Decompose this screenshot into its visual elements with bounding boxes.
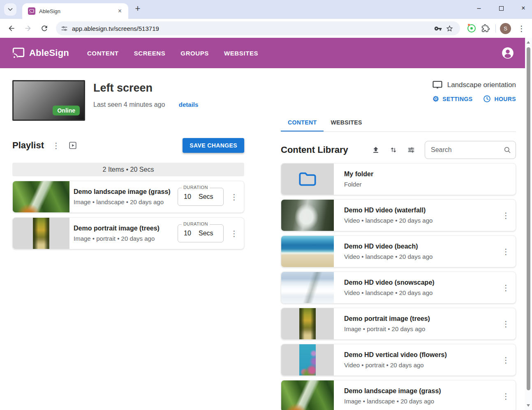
item-title: Demo HD video (waterfall) — [344, 207, 500, 214]
item-menu-icon[interactable]: ⋮ — [500, 355, 512, 366]
screen-thumbnail: Online — [12, 80, 85, 121]
library-header: Content Library — [281, 141, 516, 159]
screen-info: Online Left screen Last seen 4 minutes a… — [12, 80, 244, 121]
playlist-title: Playlist — [12, 140, 44, 151]
thumbnail-grass — [13, 181, 69, 213]
playlist-item[interactable]: Demo portrait image (trees) Image • port… — [12, 217, 244, 249]
library-item[interactable]: Demo HD video (beach) Video • landscape … — [281, 235, 516, 267]
duration-label: DURATION — [182, 221, 210, 226]
tab-content[interactable]: CONTENT — [281, 114, 324, 131]
scrollbar-thumb[interactable] — [527, 47, 530, 390]
back-button[interactable] — [5, 22, 18, 35]
item-menu-icon[interactable]: ⋮ — [500, 246, 512, 257]
duration-input[interactable] — [178, 193, 196, 200]
sort-icon[interactable] — [389, 146, 398, 154]
duration-input[interactable] — [178, 230, 196, 237]
duration-unit: Secs — [199, 193, 213, 200]
right-column: Landscape orientation ⚙ SETTINGS HOURS — [281, 68, 516, 410]
gear-icon: ⚙ — [433, 95, 439, 103]
browser-menu-icon[interactable]: ⋮ — [515, 25, 528, 32]
scroll-up-arrow[interactable] — [527, 41, 530, 44]
item-title: Demo HD video (snowscape) — [344, 279, 500, 286]
app-header: AbleSign CONTENT SCREENS GROUPS WEBSITES — [0, 38, 525, 68]
maximize-button[interactable] — [495, 2, 507, 14]
item-meta: Video • portrait • 20 days ago — [344, 362, 500, 369]
library-item-folder[interactable]: My folder Folder — [281, 163, 516, 195]
item-menu-icon[interactable]: ⋮ — [228, 191, 241, 203]
item-menu-icon[interactable]: ⋮ — [500, 210, 512, 221]
item-meta: Image • landscape • 20 days ago — [344, 398, 500, 405]
search-icon[interactable] — [503, 146, 511, 154]
library-item[interactable]: Demo HD video (snowscape) Video • landsc… — [281, 272, 516, 304]
page: AbleSign CONTENT SCREENS GROUPS WEBSITES… — [0, 38, 525, 410]
folder-thumbnail — [281, 163, 334, 195]
page-scrollbar[interactable] — [525, 38, 532, 410]
item-menu-icon[interactable]: ⋮ — [228, 228, 241, 239]
details-link[interactable]: details — [179, 101, 199, 108]
content-tabs: CONTENT WEBSITES — [281, 114, 516, 132]
preview-slideshow-icon[interactable] — [68, 141, 77, 150]
portrait-image — [299, 308, 316, 340]
thumbnail-waterfall — [281, 199, 334, 231]
tab-search-button[interactable] — [4, 3, 16, 16]
playlist-header: Playlist ⋮ SAVE CHANGES — [12, 138, 244, 153]
profile-avatar[interactable]: S — [500, 23, 511, 34]
password-key-icon[interactable] — [432, 23, 444, 34]
item-menu-icon[interactable]: ⋮ — [500, 391, 512, 402]
cast-screen-icon — [12, 48, 25, 58]
settings-button[interactable]: ⚙ SETTINGS — [433, 95, 473, 103]
tab-close-icon[interactable]: × — [116, 7, 124, 16]
duration-label: DURATION — [182, 185, 210, 190]
item-meta: Video • landscape • 20 days ago — [344, 289, 500, 296]
page-title: Left screen — [93, 82, 198, 94]
playlist-summary: 2 Items • 20 Secs — [12, 163, 244, 176]
item-meta: Video • landscape • 20 days ago — [344, 217, 500, 224]
left-column: Online Left screen Last seen 4 minutes a… — [12, 68, 244, 410]
playlist-item[interactable]: Demo landscape image (grass) Image • lan… — [12, 181, 244, 213]
search-input[interactable] — [431, 146, 503, 154]
nav-screens[interactable]: SCREENS — [134, 50, 166, 57]
extension-icon-green[interactable] — [467, 24, 476, 32]
url-text: app.ablesign.tv/screens/513719 — [72, 25, 432, 32]
new-tab-button[interactable]: + — [132, 2, 144, 15]
playlist-menu-icon[interactable]: ⋮ — [52, 142, 60, 150]
library-item[interactable]: Demo HD video (waterfall) Video • landsc… — [281, 199, 516, 231]
filter-icon[interactable] — [407, 146, 415, 154]
portrait-image — [33, 217, 49, 249]
nav-websites[interactable]: WEBSITES — [224, 50, 258, 57]
forward-button[interactable] — [21, 22, 35, 35]
scroll-down-arrow[interactable] — [527, 404, 530, 407]
reload-button[interactable] — [38, 22, 51, 35]
site-settings-icon[interactable] — [61, 25, 68, 32]
close-button[interactable]: × — [517, 2, 530, 14]
thumbnail-flowers-portrait — [281, 344, 334, 376]
library-item[interactable]: Demo HD vertical video (flowers) Video •… — [281, 344, 516, 376]
save-changes-button[interactable]: SAVE CHANGES — [183, 138, 244, 153]
item-meta: Image • portrait • 20 days ago — [344, 325, 500, 332]
minimize-button[interactable]: – — [473, 2, 485, 14]
brand-name[interactable]: AbleSign — [29, 48, 69, 58]
upload-icon[interactable] — [372, 146, 380, 154]
account-circle-icon[interactable] — [501, 46, 514, 60]
item-menu-icon[interactable]: ⋮ — [500, 282, 512, 293]
item-menu-icon[interactable]: ⋮ — [500, 318, 512, 329]
nav-content[interactable]: CONTENT — [87, 50, 119, 57]
nav-groups[interactable]: GROUPS — [180, 50, 209, 57]
item-title: Demo portrait image (trees) — [344, 315, 500, 322]
item-title: Demo landscape image (grass) — [74, 188, 178, 196]
item-meta: Image • landscape • 20 days ago — [74, 198, 178, 205]
folder-icon — [298, 171, 317, 187]
hours-button[interactable]: HOURS — [483, 95, 516, 103]
address-bar[interactable]: app.ablesign.tv/screens/513719 — [56, 21, 460, 35]
browser-tab[interactable]: AbleSign × — [22, 3, 128, 19]
library-item[interactable]: Demo portrait image (trees) Image • port… — [281, 308, 516, 340]
extensions-puzzle-icon[interactable] — [480, 23, 491, 34]
tab-websites[interactable]: WEBSITES — [324, 114, 369, 131]
bookmark-star-icon[interactable] — [444, 23, 455, 34]
library-item[interactable]: Demo landscape image (grass) Image • lan… — [281, 380, 516, 410]
item-title: Demo HD video (beach) — [344, 243, 500, 250]
monitor-icon — [433, 81, 442, 90]
portrait-image — [299, 344, 316, 376]
ablesign-favicon-icon — [28, 7, 35, 15]
browser-toolbar: app.ablesign.tv/screens/513719 S ⋮ — [0, 19, 532, 38]
